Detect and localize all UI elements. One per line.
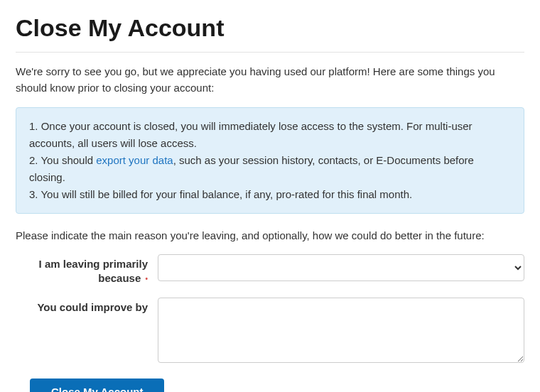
required-marker: •: [145, 275, 148, 283]
notice-2-prefix: 2.: [29, 154, 40, 166]
reason-label: I am leaving primarily because: [39, 258, 148, 284]
improve-textarea[interactable]: [158, 298, 524, 363]
page-title: Close My Account: [16, 14, 524, 42]
reason-select[interactable]: [158, 254, 524, 281]
improve-label-container: You could improve by: [16, 298, 158, 366]
divider: [16, 52, 524, 53]
improve-row: You could improve by: [16, 298, 524, 366]
reason-prompt: Please indicate the main reason you're l…: [16, 229, 524, 241]
reason-label-container: I am leaving primarily because •: [16, 254, 158, 285]
notice-box: 1. Once your account is closed, you will…: [16, 107, 524, 214]
notice-1-text: Once your account is closed, you will im…: [29, 120, 472, 149]
close-account-button[interactable]: Close My Account: [30, 379, 164, 392]
notice-3-prefix: 3.: [29, 188, 40, 200]
export-data-link[interactable]: export your data: [96, 154, 173, 166]
notice-item-2: 2. You should export your data, such as …: [29, 152, 511, 186]
notice-3-text: You will still be billed for your final …: [40, 188, 412, 200]
notice-item-3: 3. You will still be billed for your fin…: [29, 186, 511, 203]
notice-item-1: 1. Once your account is closed, you will…: [29, 118, 511, 152]
reason-row: I am leaving primarily because •: [16, 254, 524, 285]
intro-text: We're sorry to see you go, but we apprec…: [16, 64, 524, 96]
improve-label: You could improve by: [37, 301, 148, 313]
notice-2-before: You should: [40, 154, 96, 166]
notice-1-prefix: 1.: [29, 120, 41, 132]
